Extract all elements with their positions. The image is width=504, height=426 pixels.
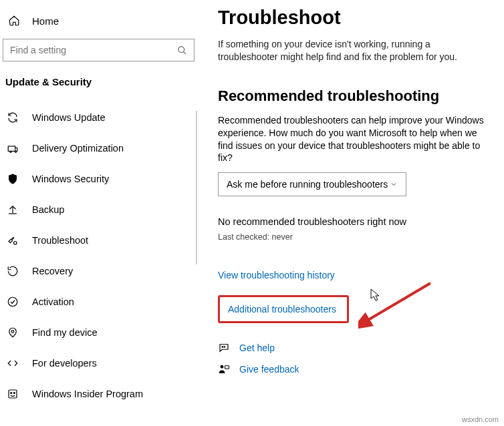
delivery-icon bbox=[7, 142, 19, 154]
backup-icon bbox=[7, 204, 19, 216]
settings-search[interactable] bbox=[3, 39, 195, 61]
dropdown-selected: Ask me before running troubleshooters bbox=[227, 179, 388, 190]
sidebar-section-header: Update & Security bbox=[0, 72, 197, 102]
svg-rect-2 bbox=[8, 146, 15, 152]
feedback-icon bbox=[218, 363, 230, 375]
sidebar-item-label: Recovery bbox=[32, 266, 73, 276]
recovery-icon bbox=[7, 265, 19, 277]
sidebar-item-label: Troubleshoot bbox=[32, 235, 88, 246]
main-content: Troubleshoot If something on your device… bbox=[198, 0, 504, 426]
svg-point-4 bbox=[15, 151, 16, 152]
link-get-help[interactable]: Get help bbox=[239, 343, 275, 353]
svg-rect-16 bbox=[225, 366, 229, 369]
developers-icon bbox=[7, 357, 19, 369]
svg-point-11 bbox=[11, 393, 12, 394]
watermark: wsxdn.com bbox=[462, 415, 499, 423]
troubleshoot-icon bbox=[7, 234, 19, 246]
last-checked-text: Last checked: never bbox=[218, 232, 492, 242]
svg-point-7 bbox=[14, 242, 17, 245]
sidebar-item-troubleshoot[interactable]: Troubleshoot bbox=[0, 225, 197, 256]
sidebar-item-label: For developers bbox=[32, 358, 97, 369]
sidebar-item-label: Find my device bbox=[32, 327, 98, 338]
get-help-row[interactable]: Get help bbox=[218, 342, 492, 354]
link-view-history[interactable]: View troubleshooting history bbox=[218, 270, 492, 280]
svg-point-15 bbox=[221, 365, 224, 369]
recommended-dropdown[interactable]: Ask me before running troubleshooters bbox=[218, 172, 406, 196]
insider-icon bbox=[7, 388, 19, 400]
location-icon bbox=[7, 327, 19, 339]
home-icon bbox=[8, 15, 20, 27]
refresh-icon bbox=[7, 112, 19, 124]
sidebar-item-activation[interactable]: Activation bbox=[0, 286, 197, 317]
sidebar-item-windows-update[interactable]: Windows Update bbox=[0, 102, 197, 133]
sidebar-item-recovery[interactable]: Recovery bbox=[0, 256, 197, 286]
sidebar-item-backup[interactable]: Backup bbox=[0, 194, 197, 225]
svg-point-13 bbox=[222, 347, 223, 348]
sidebar-item-label: Windows Security bbox=[32, 174, 109, 184]
sidebar-item-label: Delivery Optimization bbox=[32, 143, 124, 154]
svg-rect-10 bbox=[9, 390, 17, 398]
link-give-feedback[interactable]: Give feedback bbox=[239, 364, 299, 375]
sidebar-item-label: Backup bbox=[32, 204, 64, 215]
recommended-heading: Recommended troubleshooting bbox=[218, 87, 492, 105]
sidebar-item-label: Activation bbox=[32, 296, 74, 307]
sidebar-divider bbox=[196, 111, 197, 264]
settings-sidebar: Home Update & Security Windows Update De… bbox=[0, 0, 198, 426]
sidebar-home[interactable]: Home bbox=[0, 8, 197, 39]
activation-icon bbox=[7, 296, 19, 308]
svg-point-9 bbox=[11, 331, 14, 333]
shield-icon bbox=[7, 173, 19, 185]
no-recommended-text: No recommended troubleshooters right now bbox=[218, 216, 492, 227]
sidebar-home-label: Home bbox=[32, 15, 59, 27]
search-input[interactable] bbox=[10, 45, 177, 55]
svg-point-0 bbox=[178, 46, 184, 52]
svg-point-3 bbox=[10, 151, 11, 152]
chevron-down-icon bbox=[390, 180, 398, 188]
sidebar-item-windows-security[interactable]: Windows Security bbox=[0, 164, 197, 194]
sidebar-item-windows-insider[interactable]: Windows Insider Program bbox=[0, 379, 197, 409]
give-feedback-row[interactable]: Give feedback bbox=[218, 363, 492, 375]
svg-line-1 bbox=[183, 51, 186, 54]
recommended-description: Recommended troubleshooters can help imp… bbox=[218, 114, 492, 165]
search-icon bbox=[177, 45, 187, 55]
svg-point-12 bbox=[13, 393, 15, 394]
sidebar-item-find-my-device[interactable]: Find my device bbox=[0, 317, 197, 348]
sidebar-item-for-developers[interactable]: For developers bbox=[0, 348, 197, 379]
additional-troubleshooters-highlight: Additional troubleshooters bbox=[218, 295, 349, 323]
page-intro: If something on your device isn't workin… bbox=[218, 38, 492, 63]
page-title: Troubleshoot bbox=[218, 7, 492, 29]
svg-point-14 bbox=[224, 347, 225, 348]
sidebar-item-label: Windows Update bbox=[32, 112, 106, 123]
sidebar-item-delivery-optimization[interactable]: Delivery Optimization bbox=[0, 133, 197, 164]
chat-icon bbox=[218, 342, 230, 354]
link-additional-troubleshooters[interactable]: Additional troubleshooters bbox=[228, 304, 339, 314]
sidebar-item-label: Windows Insider Program bbox=[32, 389, 143, 399]
svg-point-8 bbox=[8, 297, 17, 306]
